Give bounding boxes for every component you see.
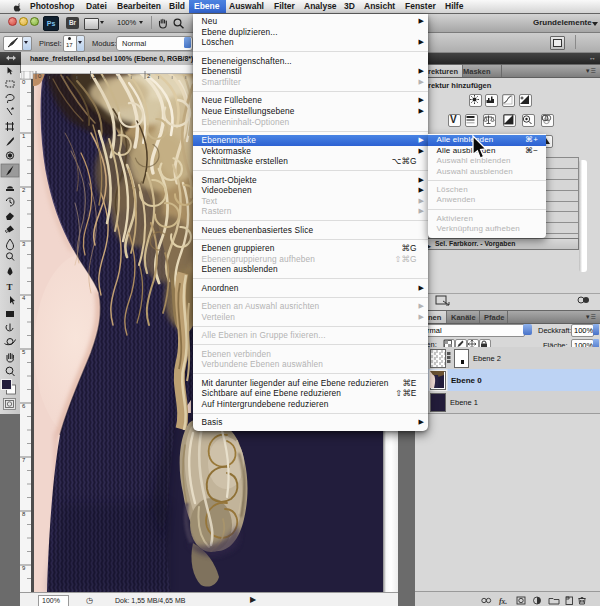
svg-text:1: 1 [93, 73, 97, 79]
svg-text:7: 7 [22, 457, 26, 463]
svg-text:2: 2 [147, 73, 151, 79]
svg-text:2: 2 [22, 187, 26, 193]
svg-text:1: 1 [22, 133, 26, 139]
svg-text:9: 9 [22, 565, 26, 571]
svg-text:8: 8 [22, 511, 26, 517]
svg-text:0: 0 [38, 73, 42, 79]
svg-text:5: 5 [22, 349, 26, 355]
svg-text:6: 6 [22, 403, 26, 409]
svg-text:3: 3 [22, 241, 26, 247]
svg-text:V: V [450, 114, 457, 125]
svg-text:0: 0 [22, 79, 26, 85]
svg-text:fx.: fx. [499, 597, 507, 606]
svg-text:4: 4 [22, 295, 26, 301]
svg-text:T: T [7, 282, 13, 292]
